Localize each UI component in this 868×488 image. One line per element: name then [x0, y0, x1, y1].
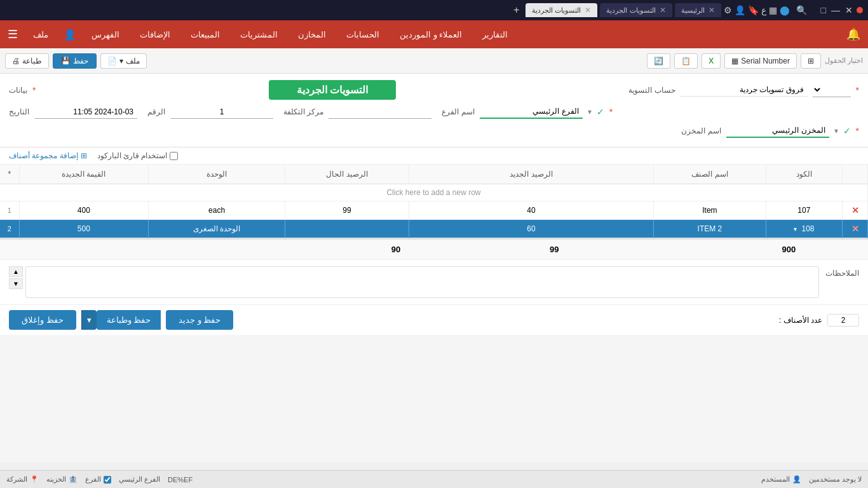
print-button[interactable]: طباعة 🖨 — [5, 53, 49, 69]
window-close-dot[interactable] — [857, 7, 863, 13]
nav-item-index[interactable]: الفهرس — [86, 27, 125, 42]
excel-icon: X — [709, 57, 714, 65]
no-users-item: لا يوجد مستخدمين — [809, 475, 862, 484]
content-area: اختيار الحقول ⊞ Serial Number ▦ X 📋 🔄 — [0, 48, 868, 463]
serial-number-button[interactable]: Serial Number ▦ — [724, 53, 797, 69]
notes-down-arrow[interactable]: ▼ — [9, 278, 23, 289]
file-dropdown-button[interactable]: ملف ▾ 📄 — [100, 53, 147, 69]
nav-item-clients[interactable]: العملاء و الموردين — [395, 27, 467, 42]
main-card: اختيار الحقول ⊞ Serial Number ▦ X 📋 🔄 — [0, 48, 868, 335]
bell-icon[interactable]: 🔔 — [846, 27, 860, 41]
new-row-hint-cell[interactable]: Click here to add a new row — [0, 184, 868, 201]
row2-item-name-cell: ITEM 2 — [654, 220, 766, 238]
tab-home-label: الرئيسية — [681, 6, 705, 15]
branch-expand-icon[interactable]: ▾ — [588, 107, 592, 116]
branch-required-star: * — [609, 107, 613, 117]
nav-hamburger-icon[interactable]: ☰ — [8, 27, 18, 41]
save-button[interactable]: حفظ 💾 — [53, 53, 97, 69]
tab-home[interactable]: ✕ الرئيسية — [675, 3, 721, 17]
branch-check-icon[interactable]: ✓ — [597, 107, 604, 117]
add-tab-button[interactable]: + — [510, 4, 523, 16]
notes-up-arrow[interactable]: ▲ — [9, 266, 23, 277]
nav-item-accounts[interactable]: الحسابات — [341, 27, 384, 42]
search-icon[interactable]: 🔍 — [792, 5, 811, 15]
save-print-button[interactable]: حفظ وطباعة — [97, 310, 161, 330]
gear-icon[interactable]: ⚙ — [724, 5, 732, 15]
nav-item-purchases[interactable]: المشتريات — [235, 27, 283, 42]
tab-inventory2[interactable]: ✕ التسويات الجردية — [526, 3, 597, 17]
user-person-icon: 👤 — [792, 475, 801, 484]
tab-inv2-label: التسويات الجردية — [532, 6, 581, 15]
grid-small-icon: ⊞ — [808, 57, 814, 65]
branch-input[interactable]: الفرع الرئيسي — [480, 105, 583, 119]
nav-item-warehouses[interactable]: المخازن — [293, 27, 331, 42]
table-header-row: الكود اسم الصنف الرصيد الجديد الرصيد الح… — [0, 165, 868, 184]
action-button-1[interactable]: 📋 — [674, 53, 698, 69]
new-value-total: 900 — [710, 245, 868, 254]
items-count-input[interactable]: 2 — [827, 314, 859, 327]
maximize-icon[interactable]: □ — [821, 5, 826, 15]
row2-delete-button[interactable]: ✕ — [851, 224, 859, 234]
tab-home-close-icon[interactable]: ✕ — [709, 6, 715, 15]
notes-textarea[interactable] — [25, 266, 819, 298]
print-icon: 🖨 — [12, 57, 20, 65]
warehouse-required-star: * — [856, 126, 859, 136]
row2-num: 2 — [8, 225, 11, 233]
file-label: ملف — [126, 57, 140, 65]
save-new-button[interactable]: حفظ و جديد — [166, 310, 233, 330]
items-table: الكود اسم الصنف الرصيد الجديد الرصيد الح… — [0, 165, 868, 238]
close-icon[interactable]: ✕ — [845, 5, 853, 15]
minimize-icon[interactable]: — — [831, 5, 840, 15]
main-branch-item: الفرع الرئيسي — [119, 475, 160, 484]
fields-chooser-button[interactable]: ⊞ — [801, 53, 821, 69]
nav-bar: 🔔 التقارير العملاء و الموردين الحسابات ا… — [0, 20, 868, 48]
warehouse-expand-icon[interactable]: ▾ — [834, 126, 838, 135]
new-row-hint-row[interactable]: Click here to add a new row — [0, 184, 868, 201]
branch-checkbox[interactable] — [104, 476, 111, 484]
table-row: ✕ 108 ▾ ITEM 2 — [0, 220, 868, 238]
account-input[interactable]: فروق تسويات جردية — [681, 83, 808, 97]
col-header-new-balance: الرصيد الجديد — [409, 165, 653, 184]
account-group: * فروق تسويات جردية حساب التسوية — [628, 83, 859, 97]
warehouse-input[interactable]: المخزن الرئيسي — [726, 124, 829, 138]
file-icon: 📄 — [107, 57, 117, 65]
barcode-checkbox[interactable] — [170, 152, 178, 160]
number-input[interactable]: 1 — [170, 105, 273, 119]
date-input[interactable]: 2024-10-03 11:05 — [34, 105, 137, 119]
current-balance-total: 99 — [475, 245, 634, 254]
row2-unit-cell: الوحدة الصغرى — [149, 220, 285, 238]
col-header-delete — [843, 165, 868, 184]
cost-center-input[interactable] — [329, 105, 431, 119]
add-group-button[interactable]: ⊞ إضافة مجموعة أصناف — [9, 151, 87, 160]
titlebar-icons: ✕ — □ — [821, 5, 853, 15]
add-group-label: إضافة مجموعة أصناف — [9, 151, 78, 160]
date-label: التاريخ — [9, 107, 29, 116]
new-balance-total: 90 — [316, 245, 475, 254]
tab-inv2-close-icon[interactable]: ✕ — [585, 6, 591, 15]
account-label: حساب التسوية — [628, 86, 675, 95]
row1-code-cell: 107 — [766, 201, 842, 220]
nav-item-additions[interactable]: الإضافات — [135, 27, 175, 42]
row2-code-cell: 108 ▾ — [766, 220, 842, 238]
save-print-arrow[interactable]: ▾ — [81, 310, 97, 330]
warehouse-check-icon[interactable]: ✓ — [843, 126, 851, 136]
row2-new-balance-input[interactable] — [438, 224, 624, 233]
action-button-2[interactable]: 🔄 — [647, 53, 670, 69]
items-count-label: عدد الأصناف : — [779, 316, 822, 325]
user-label: المستخدم — [761, 475, 790, 484]
nav-item-sales[interactable]: المبيعات — [186, 27, 225, 42]
tab-inv1-close-icon[interactable]: ✕ — [660, 6, 666, 15]
no-users-label: لا يوجد مستخدمين — [809, 475, 862, 484]
sub-toolbar-left: ملف ▾ 📄 حفظ 💾 طباعة 🖨 — [5, 53, 147, 69]
nav-item-reports[interactable]: التقارير — [477, 27, 513, 42]
barcode-checkbox-label[interactable]: استخدام قارئ الباركود — [97, 151, 179, 160]
save-close-button[interactable]: حفظ وإغلاق — [9, 310, 76, 330]
tab-inventory1[interactable]: ✕ التسويات الجردية — [600, 3, 672, 17]
nav-profile-label[interactable]: ملف — [28, 27, 53, 42]
export-excel-button[interactable]: X — [702, 53, 721, 69]
row2-new-balance-cell[interactable] — [409, 220, 653, 238]
account-select[interactable] — [813, 83, 851, 97]
row1-delete-button[interactable]: ✕ — [851, 205, 859, 215]
footer-area: 2 عدد الأصناف : حفظ و جديد حفظ وطباعة ▾ … — [0, 304, 868, 335]
row2-expand-icon[interactable]: ▾ — [794, 226, 797, 233]
